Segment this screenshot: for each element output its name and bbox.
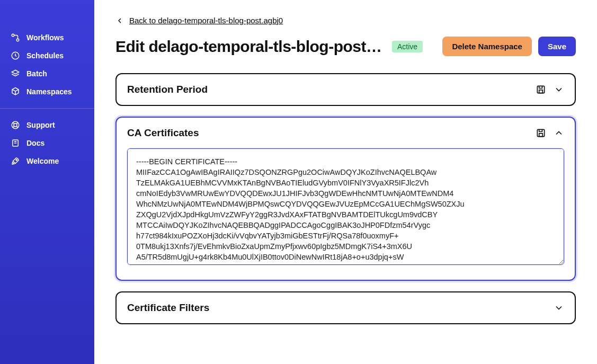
sidebar-item-schedules[interactable]: Schedules xyxy=(0,47,94,65)
sidebar-item-workflows[interactable]: Workflows xyxy=(0,29,94,47)
save-button[interactable]: Save xyxy=(538,37,576,56)
book-icon xyxy=(11,138,20,148)
svg-line-9 xyxy=(16,126,18,128)
certificate-filters-header[interactable]: Certificate Filters xyxy=(117,292,575,323)
back-link[interactable]: Back to delago-temporal-tls-blog-post.ag… xyxy=(115,16,283,25)
sidebar-divider xyxy=(0,108,94,109)
card-title: Certificate Filters xyxy=(127,302,209,314)
svg-rect-17 xyxy=(539,134,543,137)
sidebar-item-label: Docs xyxy=(26,139,44,147)
main-content: Back to delago-temporal-tls-blog-post.ag… xyxy=(94,0,597,364)
flow-icon xyxy=(11,33,20,42)
save-icon[interactable] xyxy=(536,84,546,95)
sidebar-item-label: Support xyxy=(26,121,55,129)
svg-point-0 xyxy=(12,34,14,37)
clock-icon xyxy=(11,51,20,60)
rocket-icon xyxy=(11,156,20,166)
lifebuoy-icon xyxy=(11,120,20,130)
status-badge: Active xyxy=(392,41,423,52)
sidebar: Workflows Schedules Batch Namespaces xyxy=(0,0,94,364)
certificate-filters-card: Certificate Filters xyxy=(115,291,576,324)
ca-certificates-card: CA Certificates xyxy=(115,117,576,281)
back-link-label: Back to delago-temporal-tls-blog-post.ag… xyxy=(129,16,283,25)
layers-icon xyxy=(11,69,20,78)
header-row: Edit delago-temporal-tls-blog-post.a… Ac… xyxy=(115,37,576,56)
sidebar-item-support[interactable]: Support xyxy=(0,116,94,134)
card-title: Retention Period xyxy=(127,84,208,95)
ca-certificates-body xyxy=(117,148,575,280)
page-title: Edit delago-temporal-tls-blog-post.a… xyxy=(115,38,386,56)
svg-line-6 xyxy=(13,122,14,124)
svg-line-7 xyxy=(16,122,18,124)
cube-icon xyxy=(11,87,20,96)
save-icon[interactable] xyxy=(536,128,546,138)
chevron-down-icon[interactable] xyxy=(554,84,564,95)
sidebar-item-label: Batch xyxy=(26,69,47,78)
retention-period-card: Retention Period xyxy=(115,73,576,106)
sidebar-item-welcome[interactable]: Welcome xyxy=(0,152,94,170)
svg-point-1 xyxy=(16,39,19,41)
ca-certificate-textarea[interactable] xyxy=(127,148,564,265)
chevron-left-icon xyxy=(115,16,124,25)
svg-point-13 xyxy=(16,159,17,161)
retention-period-header[interactable]: Retention Period xyxy=(117,74,575,105)
sidebar-item-label: Namespaces xyxy=(26,87,72,96)
svg-line-8 xyxy=(13,126,14,128)
sidebar-item-batch[interactable]: Batch xyxy=(0,65,94,83)
svg-marker-3 xyxy=(12,70,19,74)
sidebar-group-secondary: Support Docs Welcome xyxy=(0,116,94,170)
svg-rect-15 xyxy=(539,90,543,93)
sidebar-item-label: Welcome xyxy=(26,157,59,165)
chevron-up-icon[interactable] xyxy=(554,128,564,138)
card-title: CA Certificates xyxy=(127,127,199,139)
sidebar-item-namespaces[interactable]: Namespaces xyxy=(0,83,94,101)
sidebar-group-main: Workflows Schedules Batch Namespaces xyxy=(0,29,94,101)
sidebar-item-docs[interactable]: Docs xyxy=(0,134,94,152)
sidebar-item-label: Schedules xyxy=(26,51,64,60)
delete-namespace-button[interactable]: Delete Namespace xyxy=(442,37,532,56)
ca-certificates-header[interactable]: CA Certificates xyxy=(117,118,575,148)
chevron-down-icon[interactable] xyxy=(554,303,564,313)
sidebar-item-label: Workflows xyxy=(26,33,64,42)
